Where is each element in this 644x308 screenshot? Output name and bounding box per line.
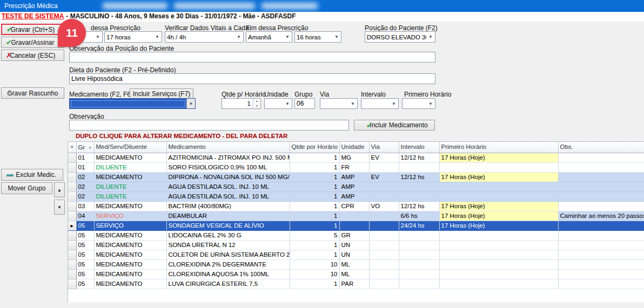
cell-interval[interactable]: 6/6 hs: [399, 211, 439, 221]
cell-gr[interactable]: 05: [76, 269, 94, 279]
cell-obs[interactable]: [558, 182, 644, 191]
cell-first-time[interactable]: [439, 191, 558, 201]
cell-via[interactable]: [369, 182, 399, 191]
cell-type[interactable]: SERVIÇO: [94, 221, 166, 230]
grid-row[interactable]: 05 MEDICAMENTO CLOREXIDINA 2% DEGERMANTE…: [68, 259, 644, 269]
cell-unit[interactable]: GR: [339, 230, 369, 240]
cell-interval[interactable]: 24/24 hs: [399, 221, 439, 230]
save-draft-button[interactable]: ✔ Gravar Rascunho: [1, 87, 64, 99]
grid-row[interactable]: 02 DILUENTE AGUA DESTILADA SOL. INJ. 10 …: [68, 182, 644, 191]
cell-interval[interactable]: [399, 191, 439, 201]
grid-row[interactable]: 05 MEDICAMENTO SONDA URETRAL N 12 1 UN: [68, 240, 644, 250]
row-indicator[interactable]: [68, 201, 76, 211]
grid-row[interactable]: 05 MEDICAMENTO COLETOR DE URINA SISTEMA …: [68, 250, 644, 259]
spinner-down-icon[interactable]: ▼: [253, 104, 260, 108]
cell-qty[interactable]: 1: [290, 172, 339, 182]
cell-via[interactable]: [369, 240, 399, 250]
cell-via[interactable]: [369, 221, 399, 230]
save-sign-button[interactable]: ✔ Gravar/Assinar: [1, 37, 64, 48]
cell-via[interactable]: [369, 191, 399, 201]
cell-qty[interactable]: 1: [290, 153, 339, 162]
move-group-button[interactable]: Mover Grupo: [1, 182, 52, 194]
cell-interval[interactable]: [399, 250, 439, 259]
include-services-button[interactable]: Incluir Serviços (F7): [130, 88, 193, 99]
position-obs-input[interactable]: [69, 52, 435, 63]
cell-qty[interactable]: 1: [290, 221, 339, 230]
cell-gr[interactable]: 04: [76, 211, 94, 221]
cell-first-time[interactable]: [439, 182, 558, 191]
cell-obs[interactable]: [558, 162, 644, 172]
cell-qty[interactable]: 5: [290, 230, 339, 240]
cell-interval[interactable]: [399, 240, 439, 250]
cell-medication[interactable]: LIDOCAINA GEL 2% 30 G: [166, 230, 290, 240]
cell-type[interactable]: MEDICAMENTO: [94, 259, 166, 269]
col-header-type[interactable]: Med/Serv/Diluente: [94, 142, 166, 153]
row-indicator[interactable]: [68, 269, 76, 279]
row-indicator[interactable]: [68, 259, 76, 269]
cell-type[interactable]: DILUENTE: [94, 162, 166, 172]
grid-row[interactable]: 01 MEDICAMENTO AZITROMICINA - ZITROMAX P…: [68, 153, 644, 162]
cell-medication[interactable]: SONDA URETRAL N 12: [166, 240, 290, 250]
cell-type[interactable]: MEDICAMENTO: [94, 240, 166, 250]
col-header-gr[interactable]: Gr▲: [76, 142, 94, 153]
cell-obs[interactable]: [558, 172, 644, 182]
cell-unit[interactable]: [339, 211, 369, 221]
cell-gr[interactable]: 02: [76, 172, 94, 182]
cell-via[interactable]: [369, 162, 399, 172]
cell-via[interactable]: EV: [369, 172, 399, 182]
col-header-qty[interactable]: Qtde por Horário: [290, 142, 339, 153]
obs-input[interactable]: [69, 120, 349, 131]
cell-interval[interactable]: 12/12 hs: [399, 172, 439, 182]
cell-qty[interactable]: 1: [290, 279, 339, 289]
cell-interval[interactable]: [399, 269, 439, 279]
vitals-interval-select[interactable]: 4h / 4h▼: [165, 31, 244, 43]
cell-interval[interactable]: [399, 182, 439, 191]
row-indicator[interactable]: [68, 240, 76, 250]
cell-type[interactable]: MEDICAMENTO: [94, 153, 166, 162]
cell-qty[interactable]: 10: [290, 259, 339, 269]
cell-medication[interactable]: DIPIRONA - NOVALGINA SOL INJ 500 MG/ML 2: [166, 172, 290, 182]
cell-interval[interactable]: [399, 162, 439, 172]
end-day-select[interactable]: Amanhã▼: [246, 31, 292, 43]
cell-qty[interactable]: 1: [290, 201, 339, 211]
cell-obs[interactable]: [558, 153, 644, 162]
cell-obs[interactable]: [558, 250, 644, 259]
via-select[interactable]: ▼: [320, 98, 358, 109]
col-header-first-time[interactable]: Primeiro Horário: [439, 142, 558, 153]
cell-medication[interactable]: AGUA DESTILADA SOL. INJ. 10 ML: [166, 182, 290, 191]
cell-qty[interactable]: 1: [290, 240, 339, 250]
cell-medication[interactable]: BACTRIM (400/80MG): [166, 201, 290, 211]
cell-first-time[interactable]: 17 Horas (Hoje): [439, 221, 558, 230]
row-indicator[interactable]: [68, 162, 76, 172]
cell-obs[interactable]: [558, 240, 644, 250]
cell-unit[interactable]: ML: [339, 269, 369, 279]
start-time-select[interactable]: 17 horas▼: [104, 31, 162, 43]
col-header-interval[interactable]: Intervalo: [399, 142, 439, 153]
cell-first-time[interactable]: 17 Horas (Hoje): [439, 172, 558, 182]
grid-row[interactable]: 05 MEDICAMENTO LUVA CIRURGICA ESTERIL 7,…: [68, 279, 644, 289]
cell-gr[interactable]: 03: [76, 201, 94, 211]
cell-gr[interactable]: 05: [76, 240, 94, 250]
move-group-down-button[interactable]: ▼: [54, 200, 65, 215]
row-indicator[interactable]: [68, 250, 76, 259]
cell-via[interactable]: VO: [369, 201, 399, 211]
spinner-up-icon[interactable]: ▲: [253, 99, 260, 104]
cell-obs[interactable]: [558, 269, 644, 279]
grid-row[interactable]: 02 DILUENTE AGUA DESTILADA SOL. INJ. 10 …: [68, 191, 644, 201]
cell-type[interactable]: MEDICAMENTO: [94, 269, 166, 279]
cancel-button[interactable]: ✗ Cancelar (ESC): [1, 50, 64, 61]
cell-type[interactable]: SERVIÇO: [94, 211, 166, 221]
cell-via[interactable]: [369, 250, 399, 259]
cell-first-time[interactable]: [439, 259, 558, 269]
cell-obs[interactable]: [558, 221, 644, 230]
grid-row[interactable]: ▶ 05 SERVIÇO SONDAGEM VESICAL DE ALÍVIO …: [68, 221, 644, 230]
row-indicator[interactable]: [68, 182, 76, 191]
cell-qty[interactable]: 1: [290, 162, 339, 172]
cell-unit[interactable]: ML: [339, 259, 369, 269]
cell-via[interactable]: [369, 259, 399, 269]
row-indicator[interactable]: [68, 191, 76, 201]
cell-interval[interactable]: [399, 259, 439, 269]
cell-medication[interactable]: SORO FISIOLOGICO 0,9% 100 ML: [166, 162, 290, 172]
grid-row[interactable]: 04 SERVIÇO DEAMBULAR 1 6/6 hs 17 Horas (…: [68, 211, 644, 221]
row-indicator[interactable]: [68, 153, 76, 162]
